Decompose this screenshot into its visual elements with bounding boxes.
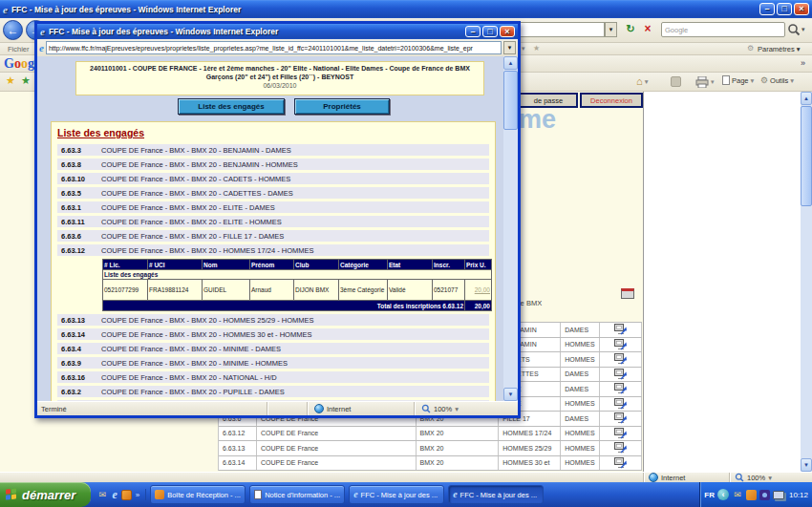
popup-titlebar[interactable]: e FFC - Mise à jour des épreuves - Windo… xyxy=(37,24,518,39)
list-item[interactable]: 6.63.12COUPE DE France - BMX - BMX 20 - … xyxy=(57,244,489,256)
tab-proprietes[interactable]: Propriétés xyxy=(294,98,390,115)
minimize-button[interactable]: – xyxy=(465,26,481,37)
scrollbar-thumb[interactable] xyxy=(801,106,812,206)
rss-button[interactable] xyxy=(671,76,681,87)
engages-icon[interactable] xyxy=(600,397,642,412)
task-button-inbox[interactable]: Boîte de Réception - ... xyxy=(150,485,246,504)
task-button-ffc-2[interactable]: e FFC - Mise à jour des ... xyxy=(448,485,544,504)
engages-icon[interactable] xyxy=(600,382,642,396)
tray-messenger-icon[interactable] xyxy=(759,490,770,500)
hidden-icons-chevron[interactable]: ‹ xyxy=(717,489,729,500)
col-nom: Nom xyxy=(203,260,250,270)
mail-icon[interactable]: ✉ xyxy=(96,489,108,500)
list-item[interactable]: 6.63.11COUPE DE France - BMX - BMX 20 - … xyxy=(57,216,489,227)
engages-icon[interactable] xyxy=(600,427,642,441)
scroll-down-button[interactable]: ▼ xyxy=(503,388,518,401)
scroll-up-button[interactable]: ▲ xyxy=(503,56,518,70)
table-row: 6.63.14COUPE DE FranceBMX 20HOMMES 30 et… xyxy=(219,456,642,472)
address-dropdown-button[interactable]: ▾ xyxy=(503,41,516,54)
bookmark-star-icon[interactable]: ★ xyxy=(533,44,540,53)
engages-icon[interactable] xyxy=(600,441,642,455)
list-item[interactable]: 6.63.13COUPE DE France - BMX - BMX 20 - … xyxy=(57,314,489,326)
tray-app-icon[interactable] xyxy=(746,490,757,500)
ie-icon[interactable]: e xyxy=(112,490,117,499)
page-menu[interactable]: Page▾ xyxy=(722,75,754,85)
popup-address-field[interactable]: http://www.ffc.fr/majEpreuves/epreuves/p… xyxy=(46,41,502,54)
window-icon[interactable] xyxy=(621,288,634,299)
network-icon[interactable] xyxy=(773,491,784,499)
search-input[interactable]: Google xyxy=(661,22,785,37)
main-titlebar[interactable]: e FFC - Mise à jour des épreuves - Windo… xyxy=(0,0,812,18)
app-icon[interactable] xyxy=(121,490,132,500)
popup-scrollbar[interactable]: ▲ ▼ xyxy=(503,56,518,401)
popup-window-title: FFC - Mise à jour des épreuves - Windows… xyxy=(49,27,463,36)
scrollbar-thumb[interactable] xyxy=(503,71,518,130)
quick-launch-chevron[interactable]: » xyxy=(136,491,139,499)
engages-icon[interactable] xyxy=(600,352,642,367)
main-scrollbar[interactable]: ▲ ▼ xyxy=(801,92,812,472)
toolbar-overflow-chevron[interactable]: » xyxy=(801,58,805,68)
task-button-ffc-1[interactable]: e FFC - Mise à jour des ... xyxy=(349,485,444,504)
zoom-dropdown-icon[interactable]: ▾ xyxy=(455,405,459,413)
zoom-dropdown-icon[interactable]: ▾ xyxy=(768,474,772,482)
col-prix: Prix U. xyxy=(465,260,492,270)
engages-icon[interactable] xyxy=(600,456,642,471)
list-item[interactable]: 6.63.2COUPE DE France - BMX - BMX 20 - P… xyxy=(57,386,489,397)
gear-icon: ⚙ xyxy=(760,75,768,85)
zoom-level[interactable]: 100% xyxy=(434,405,452,413)
event-date: 06/03/2010 xyxy=(82,82,478,89)
logout-button[interactable]: Deconnexion xyxy=(580,93,643,108)
close-button[interactable]: × xyxy=(500,26,515,37)
list-item[interactable]: 6.63.5COUPE DE France - BMX - BMX 20 - C… xyxy=(57,187,489,199)
engages-icon[interactable] xyxy=(600,323,642,337)
rider-prix-link[interactable]: 20,00 xyxy=(465,280,492,301)
task-button-document[interactable]: Notice d'information - ... xyxy=(249,485,345,504)
restore-button[interactable]: □ xyxy=(777,3,792,15)
search-options-button[interactable]: ▾ xyxy=(801,26,805,33)
add-favorite-icon[interactable]: ★ xyxy=(21,74,31,87)
ie-icon: e xyxy=(353,490,357,499)
tools-menu[interactable]: ⚙ Outils▾ xyxy=(760,75,794,85)
start-button[interactable]: démarrer xyxy=(0,482,91,507)
col-club: Club xyxy=(294,260,339,270)
print-dropdown[interactable]: ▾ xyxy=(711,78,715,86)
settings-menu[interactable]: Paramètres▾ xyxy=(758,45,801,53)
stop-button[interactable]: × xyxy=(640,22,655,37)
menu-file[interactable]: Fichier xyxy=(8,45,30,53)
print-button[interactable] xyxy=(695,76,709,90)
ie-icon: e xyxy=(3,5,8,14)
list-item[interactable]: 6.63.14COUPE DE France - BMX - BMX 20 - … xyxy=(57,328,489,340)
scroll-down-button[interactable]: ▼ xyxy=(801,458,812,472)
list-item[interactable]: 6.63.16COUPE DE France - BMX - BMX 20 - … xyxy=(57,371,489,383)
minimize-button[interactable]: – xyxy=(759,3,775,15)
popup-address-bar: e http://www.ffc.fr/majEpreuves/epreuves… xyxy=(37,39,518,56)
taskbar: démarrer ✉ e » Boîte de Réception - ... … xyxy=(0,482,812,507)
engages-icon[interactable] xyxy=(600,412,642,426)
scroll-up-button[interactable]: ▲ xyxy=(801,92,812,105)
list-item[interactable]: 6.63.7COUPE DE France - BMX - BMX 20 - P… xyxy=(57,400,489,401)
close-button[interactable]: × xyxy=(794,3,809,15)
engages-icon[interactable] xyxy=(600,338,642,352)
address-dropdown-button[interactable]: ▾ xyxy=(605,22,617,37)
list-item[interactable]: 6.63.1COUPE DE France - BMX - BMX 20 - E… xyxy=(57,201,489,213)
tray-mail-icon[interactable]: ✉ xyxy=(732,489,743,500)
table-row: 6.63.12COUPE DE FranceBMX 20HOMMES 17/24… xyxy=(219,427,642,442)
maximize-button[interactable]: □ xyxy=(482,26,498,37)
list-item[interactable]: 6.63.8COUPE DE France - BMX - BMX 20 - B… xyxy=(57,158,489,170)
home-button[interactable]: ⌂▾ xyxy=(636,75,648,87)
tab-liste-engages[interactable]: Liste des engagés xyxy=(178,98,285,115)
toolbar-dropdown-icon[interactable]: ▾ xyxy=(522,45,525,53)
search-button[interactable] xyxy=(787,23,801,36)
refresh-button[interactable]: ↻ xyxy=(623,22,638,37)
language-indicator[interactable]: FR xyxy=(704,491,715,499)
zoom-level[interactable]: 100% xyxy=(747,474,765,482)
list-item[interactable]: 6.63.4COUPE DE France - BMX - BMX 20 - M… xyxy=(57,343,489,354)
engages-icon[interactable] xyxy=(600,368,642,382)
list-item[interactable]: 6.63.10COUPE DE France - BMX - BMX 20 - … xyxy=(57,173,489,184)
back-button[interactable]: ← xyxy=(3,20,23,40)
list-item[interactable]: 6.63.6COUPE DE France - BMX - BMX 20 - F… xyxy=(57,230,489,242)
favorites-star-icon[interactable]: ★ xyxy=(6,74,15,87)
list-item[interactable]: 6.63.3COUPE DE France - BMX - BMX 20 - B… xyxy=(57,144,489,156)
list-item[interactable]: 6.63.9COUPE DE France - BMX - BMX 20 - M… xyxy=(57,357,489,369)
rider-etat: Validé xyxy=(388,280,433,301)
